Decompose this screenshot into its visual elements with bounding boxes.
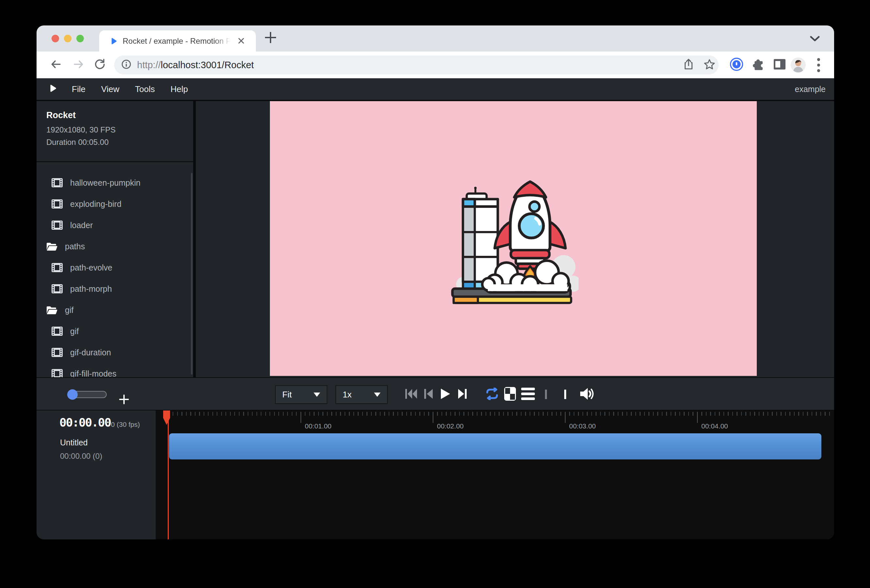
sidebar-item-path-evolve[interactable]: path-evolve [37, 257, 193, 278]
sidebar-item-label: gif [65, 305, 73, 315]
sidebar-item-exploding-bird[interactable]: exploding-bird [37, 194, 193, 214]
size-dropdown-value: Fit [282, 390, 292, 400]
tab-strip: Rocket / example - Remotion P [37, 25, 834, 52]
browser-window: Rocket / example - Remotion P [37, 25, 834, 539]
sidebar-item-label: gif-duration [70, 348, 111, 357]
url-text: http://localhost:3001/Rocket [137, 60, 254, 70]
playhead-line [168, 411, 169, 539]
forward-arrow-icon[interactable] [73, 59, 84, 71]
ruler-time-label: 00:03.00 [569, 422, 596, 430]
sidebar-item-label: paths [65, 242, 85, 251]
address-bar[interactable]: http://localhost:3001/Rocket [114, 55, 719, 74]
film-icon [52, 327, 63, 336]
timeline-panel: 00:01.0000:02.0000:03.0000:04.00 00:00.0… [37, 411, 834, 539]
side-panel-icon[interactable] [773, 59, 786, 71]
chevron-down-icon [314, 393, 320, 397]
ruler-time-label: 00:01.00 [305, 422, 332, 430]
folder-open-icon [46, 241, 57, 251]
new-tab-icon[interactable] [265, 32, 276, 43]
sidebar-item-label: halloween-pumpkin [70, 178, 140, 188]
sidebar-item-label: loader [70, 220, 93, 230]
menu-item-help[interactable]: Help [163, 84, 196, 94]
onepassword-extension-icon[interactable] [730, 57, 743, 73]
volume-icon[interactable] [580, 387, 594, 402]
minimize-window-button[interactable] [64, 35, 72, 42]
site-info-icon[interactable] [121, 60, 131, 70]
sidebar-item-label: path-evolve [70, 263, 112, 272]
sidebar-item-label: gif-fill-modes [70, 369, 116, 378]
ruler-second-tick [697, 412, 698, 423]
menu-item-file[interactable]: File [64, 84, 93, 94]
film-icon [52, 284, 63, 293]
remotion-menubar: FileViewToolsHelp example [37, 78, 834, 101]
sidebar-folder-gif[interactable]: gif [37, 299, 193, 320]
project-name-label: example [795, 85, 826, 94]
compositions-sidebar: Rocket 1920x1080, 30 FPS Duration 00:05.… [37, 101, 196, 377]
track-name-label: Untitled [60, 438, 88, 447]
browser-tab[interactable]: Rocket / example - Remotion P [99, 30, 256, 52]
desktop-background: Rocket / example - Remotion P [0, 0, 870, 588]
sidebar-item-halloween-pumpkin[interactable]: halloween-pumpkin [37, 172, 193, 193]
preview-canvas[interactable] [270, 101, 757, 376]
sidebar-item-gif[interactable]: gif [37, 321, 193, 342]
browser-menu-icon[interactable] [817, 58, 820, 73]
sidebar-item-label: path-morph [70, 284, 112, 294]
timeline-track-bar[interactable] [169, 433, 821, 460]
ruler-time-label: 00:02.00 [437, 422, 464, 430]
menu-item-tools[interactable]: Tools [127, 84, 163, 94]
ruler-second-tick [301, 412, 301, 423]
close-window-button[interactable] [52, 35, 59, 42]
sidebar-item-label: exploding-bird [70, 199, 121, 209]
sidebar-item-label: gif [70, 327, 79, 336]
ruler-second-tick [433, 412, 434, 423]
transparency-checkerboard-icon[interactable] [504, 387, 516, 402]
main-area: Rocket 1920x1080, 30 FPS Duration 00:05.… [37, 101, 834, 377]
timeline-left-panel: 00:00.00 0 (30 fps) Untitled 00:00.00 (0… [37, 411, 156, 539]
sidebar-scrollbar[interactable] [191, 173, 192, 375]
film-icon [52, 220, 63, 230]
skip-to-start-icon[interactable] [405, 389, 417, 400]
in-point-bracket-icon[interactable] [545, 392, 547, 397]
current-time-display: 00:00.00 [60, 416, 111, 429]
sidebar-item-loader[interactable]: loader [37, 215, 193, 235]
bookmark-star-icon[interactable] [703, 59, 715, 71]
back-arrow-icon[interactable] [50, 59, 62, 71]
film-icon [52, 199, 63, 208]
reload-icon[interactable] [94, 58, 106, 71]
film-icon [52, 369, 63, 377]
sidebar-item-gif-fill-modes[interactable]: gif-fill-modes [37, 363, 193, 377]
timeline-rows-icon[interactable] [521, 388, 535, 401]
sidebar-folder-paths[interactable]: paths [37, 236, 193, 257]
out-point-bracket-icon[interactable] [564, 392, 566, 397]
size-dropdown[interactable]: Fit [275, 386, 327, 404]
film-icon [52, 263, 63, 272]
loop-toggle-icon[interactable] [485, 388, 499, 401]
menu-item-view[interactable]: View [93, 84, 127, 94]
sidebar-item-path-morph[interactable]: path-morph [37, 278, 193, 299]
playback-speed-dropdown[interactable]: 1x [335, 386, 388, 404]
tab-title: Rocket / example - Remotion P [123, 37, 230, 46]
ruler-second-tick [565, 412, 566, 423]
zoom-slider-thumb[interactable] [67, 389, 77, 400]
zoom-window-button[interactable] [76, 35, 84, 42]
remotion-logo-icon[interactable] [48, 83, 57, 95]
tab-close-icon[interactable] [236, 36, 246, 46]
preview-toolbar: Fit 1x [37, 377, 834, 411]
composition-list: halloween-pumpkinexploding-birdloaderpat… [37, 101, 193, 377]
extensions-puzzle-icon[interactable] [752, 58, 764, 72]
timeline-ruler[interactable] [168, 412, 833, 416]
share-icon[interactable] [683, 58, 694, 71]
url-scheme: http:// [137, 60, 161, 70]
profile-avatar[interactable] [790, 57, 806, 74]
sidebar-item-gif-duration[interactable]: gif-duration [37, 342, 193, 363]
ruler-time-label: 00:04.00 [701, 422, 728, 430]
previous-frame-icon[interactable] [424, 389, 433, 400]
play-icon[interactable] [441, 388, 450, 401]
next-frame-icon[interactable] [458, 389, 467, 400]
tab-search-chevron-icon[interactable] [810, 36, 820, 43]
film-icon [52, 348, 63, 357]
folder-open-icon [46, 305, 57, 315]
zoom-slider[interactable] [67, 391, 107, 398]
playhead-marker[interactable] [163, 411, 170, 425]
menu-items: FileViewToolsHelp [64, 84, 196, 94]
